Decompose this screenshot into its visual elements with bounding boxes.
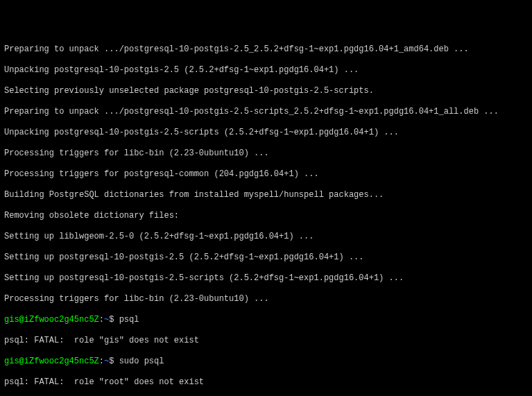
terminal-line: gis@iZfwooc2g45nc5Z:~$ sudo psql <box>4 356 528 367</box>
terminal-line: Unpacking postgresql-10-postgis-2.5 (2.5… <box>4 65 528 76</box>
terminal-line: Setting up postgresql-10-postgis-2.5 (2.… <box>4 252 528 263</box>
terminal-line: Processing triggers for postgresql-commo… <box>4 169 528 180</box>
terminal-output[interactable]: Preparing to unpack .../postgresql-10-po… <box>4 44 528 396</box>
terminal-line: Processing triggers for libc-bin (2.23-0… <box>4 294 528 304</box>
terminal-line: Preparing to unpack .../postgresql-10-po… <box>4 44 528 55</box>
prompt-user: gis@iZfwooc2g45nc5Z <box>4 356 99 366</box>
terminal-line: Building PostgreSQL dictionaries from in… <box>4 190 528 200</box>
terminal-line: Setting up liblwgeom-2.5-0 (2.5.2+dfsg-1… <box>4 232 528 242</box>
terminal-line: gis@iZfwooc2g45nc5Z:~$ psql <box>4 315 528 325</box>
terminal-line: psql: FATAL: role "gis" does not exist <box>4 336 528 346</box>
terminal-line: Processing triggers for libc-bin (2.23-0… <box>4 148 528 159</box>
prompt-user: gis@iZfwooc2g45nc5Z <box>4 315 99 325</box>
terminal-line: Setting up postgresql-10-postgis-2.5-scr… <box>4 273 528 284</box>
command-text: psql <box>119 315 139 325</box>
terminal-line: Unpacking postgresql-10-postgis-2.5-scri… <box>4 128 528 138</box>
terminal-line: Removing obsolete dictionary files: <box>4 211 528 221</box>
terminal-line: Selecting previously unselected package … <box>4 86 528 96</box>
terminal-line: psql: FATAL: role "root" does not exist <box>4 377 528 388</box>
command-text: sudo psql <box>119 356 164 366</box>
terminal-line: Preparing to unpack .../postgresql-10-po… <box>4 107 528 117</box>
